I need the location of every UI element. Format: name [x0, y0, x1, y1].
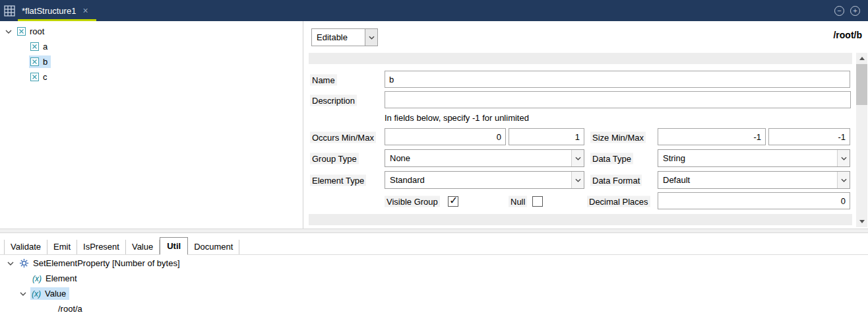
chevron-down-icon[interactable] — [5, 30, 13, 34]
horizontal-splitter[interactable] — [0, 229, 868, 233]
size-min-input[interactable] — [658, 128, 766, 145]
title-bar: *flatStructure1 × − + — [0, 0, 868, 21]
element-icon — [30, 73, 39, 81]
scrollbar-thumb[interactable] — [856, 64, 867, 105]
null-checkbox[interactable] — [532, 196, 543, 207]
chevron-down-icon — [571, 150, 584, 166]
triangle-down-icon — [859, 220, 865, 223]
chevron-down-icon — [365, 29, 377, 46]
selected-option-label: Standard — [385, 172, 571, 188]
chevron-down-icon[interactable] — [7, 262, 15, 266]
element-path: /root/b — [833, 30, 862, 40]
group-type-label: Group Type — [310, 153, 359, 164]
data-format-label: Data Format — [590, 174, 642, 186]
group-type-select[interactable]: None — [385, 149, 584, 167]
separator-strip — [309, 214, 852, 225]
selected-option-label: Default — [658, 172, 837, 188]
tab-ispresent[interactable]: IsPresent — [77, 240, 126, 254]
tree-node: b — [29, 55, 51, 68]
document-tab-label: *flatStructure1 — [22, 6, 76, 16]
chevron-down-icon — [837, 150, 850, 166]
element-icon — [30, 42, 39, 51]
tab-emit[interactable]: Emit — [47, 240, 77, 254]
hint-row: In fields below, specify -1 for unlimite… — [304, 113, 868, 125]
util-script-tree: SetElementProperty [Number of bytes] (x)… — [0, 256, 868, 316]
tab-util[interactable]: Util — [160, 237, 188, 255]
size-max-input[interactable] — [768, 128, 850, 145]
element-type-format-row: Element Type Standard Data Format Defaul… — [304, 171, 868, 189]
circle-plus-button[interactable]: + — [850, 6, 860, 16]
element-type-label: Element Type — [310, 174, 366, 186]
tree-item-a[interactable]: a — [0, 39, 303, 54]
element-type-select[interactable]: Standard — [385, 171, 584, 189]
scroll-down-button[interactable] — [856, 216, 867, 227]
chevron-down-icon[interactable] — [19, 292, 27, 296]
element-icon — [17, 27, 26, 36]
data-type-select[interactable]: String — [658, 149, 850, 167]
tree-item-c[interactable]: c — [0, 69, 303, 85]
scroll-up-button[interactable] — [856, 53, 867, 64]
tree-node: SetElementProperty [Number of bytes] — [18, 257, 183, 269]
script-tab-strip: Validate Emit IsPresent Value Util Docum… — [0, 236, 868, 255]
selected-option-label: None — [385, 150, 571, 166]
occurs-max-input[interactable] — [509, 128, 584, 145]
tab-validate[interactable]: Validate — [4, 240, 47, 254]
occurs-min-input[interactable] — [385, 128, 506, 145]
description-label: Description — [310, 94, 357, 106]
name-input[interactable] — [385, 71, 850, 88]
tree-item-b[interactable]: b — [0, 54, 303, 69]
unlimited-hint-text: In fields below, specify -1 for unlimite… — [385, 113, 529, 123]
data-type-label: Data Type — [590, 153, 633, 164]
tree-node: (x) Element — [31, 272, 80, 285]
tree-item-value[interactable]: (x) Value — [0, 286, 868, 301]
document-tab[interactable]: *flatStructure1 × — [18, 0, 96, 21]
visible-group-label: Visible Group — [385, 195, 440, 207]
gear-icon — [19, 258, 29, 268]
circle-minus-button[interactable]: − — [834, 6, 844, 16]
size-minmax-label: Size Min/Max — [590, 131, 646, 143]
structure-tree-panel: root a b — [0, 21, 303, 229]
tree-item-setelementproperty[interactable]: SetElementProperty [Number of bytes] — [0, 256, 868, 271]
tree-node: /root/a — [57, 302, 86, 315]
script-panel: Validate Emit IsPresent Value Util Docum… — [0, 233, 868, 319]
visible-group-checkbox[interactable] — [448, 196, 458, 207]
structure-app-icon — [4, 5, 15, 17]
tree-item-root[interactable]: root — [0, 24, 303, 39]
selected-option-label: Editable — [312, 29, 365, 46]
name-row: Name — [304, 71, 868, 89]
group-data-type-row: Group Type None Data Type String — [304, 149, 868, 167]
name-label: Name — [310, 74, 337, 85]
occurs-size-row: Occurs Min/Max Size Min/Max — [304, 128, 868, 146]
tree-node: root — [16, 25, 47, 38]
tree-item-label: Value — [45, 289, 66, 299]
tree-item-label: c — [43, 72, 47, 82]
tab-document[interactable]: Document — [188, 240, 239, 254]
vertical-scrollbar[interactable] — [856, 53, 867, 227]
null-label: Null — [509, 195, 527, 207]
tree-item-value-path[interactable]: /root/a — [0, 301, 868, 316]
close-icon[interactable]: × — [82, 6, 88, 15]
tree-item-label: root — [30, 26, 44, 36]
separator-strip — [309, 53, 852, 64]
tree-item-element[interactable]: (x) Element — [0, 271, 868, 286]
selected-option-label: String — [658, 150, 837, 166]
data-format-select[interactable]: Default — [658, 171, 850, 189]
element-icon — [30, 57, 39, 66]
description-row: Description — [304, 91, 868, 109]
tab-value[interactable]: Value — [126, 240, 160, 254]
tree-node: a — [29, 40, 51, 53]
decimal-places-label: Decimal Places — [587, 195, 650, 207]
tree-node: (x) Value — [30, 287, 69, 300]
chevron-down-icon — [837, 172, 850, 188]
fx-icon: (x) — [32, 289, 41, 299]
decimal-places-input[interactable] — [658, 192, 850, 209]
flags-row: Visible Group Null Decimal Places — [304, 192, 868, 210]
tree-item-label: a — [43, 42, 47, 52]
description-input[interactable] — [385, 91, 851, 108]
app-window: *flatStructure1 × − + root — [0, 0, 868, 319]
tree-item-label: /root/a — [58, 304, 82, 314]
triangle-up-icon — [859, 57, 865, 60]
main-area: root a b — [0, 21, 868, 229]
chevron-down-icon — [571, 172, 584, 188]
editable-mode-select[interactable]: Editable — [311, 28, 378, 46]
